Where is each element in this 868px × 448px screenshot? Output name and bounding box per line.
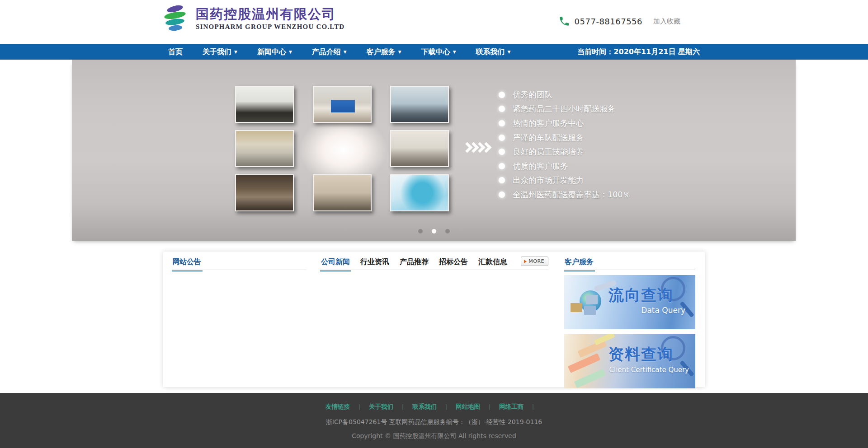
tab-bid-notice[interactable]: 招标公告 [438, 257, 469, 271]
feature-item: 紧急药品二十四小时配送服务 [499, 102, 631, 117]
footer-link-friend-links[interactable]: 友情链接 [326, 403, 350, 411]
bullet-icon [499, 177, 505, 183]
tab-product-recommend[interactable]: 产品推荐 [399, 257, 429, 271]
main-navbar: 首页 关于我们▼ 新闻中心▼ 产品介绍▼ 客户服务▼ 下载中心▼ 联系我们▼ 当… [0, 44, 868, 60]
page: 国药控股温州有限公司 SINOPHARM GROUP WENZHOU CO.LT… [0, 0, 868, 448]
nav-item-service[interactable]: 客户服务▼ [367, 47, 401, 57]
nav-item-news[interactable]: 新闻中心▼ [257, 47, 292, 57]
logo-text: 国药控股温州有限公司 SINOPHARM GROUP WENZHOU CO.LT… [196, 5, 344, 32]
data-query-banner[interactable]: 流向查询 Data Query [564, 275, 695, 329]
footer-links: 友情链接 | 关于我们 | 联系我们 | 网站地图 | 网络工商 | [0, 393, 868, 411]
cargo-boxes-icon [571, 303, 582, 312]
chevron-down-icon: ▼ [234, 50, 237, 54]
bullet-icon [499, 106, 505, 112]
certificate-query-subtitle: Client Certificate Query [609, 366, 689, 374]
play-triangle-icon [524, 260, 527, 263]
phone-number: 0577-88167556 [575, 17, 642, 26]
separator: | [402, 404, 404, 410]
feature-item: 良好的员工技能培养 [499, 145, 631, 159]
bullet-icon [499, 191, 505, 198]
add-favorite-link[interactable]: 加入收藏 [653, 17, 680, 26]
logo-swirl-icon [163, 5, 189, 32]
nav-item-contact[interactable]: 联系我们▼ [476, 47, 511, 57]
footer: 友情链接 | 关于我们 | 联系我们 | 网站地图 | 网络工商 | 浙ICP备… [0, 393, 868, 448]
icp-license-text: 浙ICP备05047261号 互联网药品信息服务编号：（浙）-经营性-2019-… [0, 418, 868, 426]
slide-photo-region-map [390, 174, 449, 211]
bullet-icon [499, 149, 505, 155]
triple-chevron-right-icon [463, 144, 489, 151]
bullet-icon [499, 135, 505, 141]
chevron-down-icon: ▼ [398, 50, 401, 54]
news-tabs: 公司新闻 行业资讯 产品推荐 招标公告 汇款信息 [320, 257, 548, 271]
feature-item: 出众的市场开发能力 [499, 173, 631, 188]
main-content: 网站公告 公司新闻 行业资讯 产品推荐 招标公告 汇款信息 MORE [163, 252, 705, 387]
nav-item-products[interactable]: 产品介绍▼ [312, 47, 347, 57]
tab-remittance-info[interactable]: 汇款信息 [477, 257, 508, 271]
slide-photo-warehouse [235, 174, 294, 211]
feature-item: 热情的客户服务中心 [499, 116, 631, 131]
slide-photo-office [390, 86, 449, 123]
company-name-en: SINOPHARM GROUP WENZHOU CO.LTD [196, 23, 344, 31]
separator: | [445, 404, 447, 410]
nav-item-download[interactable]: 下载中心▼ [421, 47, 456, 57]
feature-item: 优质的客户服务 [499, 159, 631, 173]
carousel-dots [72, 229, 796, 233]
announcement-section: 网站公告 [172, 257, 306, 270]
bullet-icon [499, 163, 505, 169]
current-time: 当前时间：2020年11月21日 星期六 [577, 44, 700, 60]
feature-item: 严谨的车队配送服务 [499, 131, 631, 145]
more-button[interactable]: MORE [521, 257, 548, 266]
slide-photo-conference [390, 130, 449, 167]
bullet-icon [499, 92, 505, 98]
header: 国药控股温州有限公司 SINOPHARM GROUP WENZHOU CO.LT… [0, 0, 868, 44]
news-section: 公司新闻 行业资讯 产品推荐 招标公告 汇款信息 MORE [320, 257, 548, 270]
chevron-down-icon: ▼ [344, 50, 347, 54]
footer-link-contact[interactable]: 联系我们 [412, 403, 437, 411]
chevron-down-icon: ▼ [289, 50, 292, 54]
footer-link-icp-business[interactable]: 网络工商 [499, 403, 524, 411]
separator: | [359, 404, 360, 410]
data-query-title: 流向查询 [609, 285, 674, 306]
header-contact: 0577-88167556 加入收藏 [558, 15, 680, 27]
carousel-dot-1[interactable] [418, 229, 423, 233]
certificate-query-title: 资料查询 [609, 344, 674, 365]
data-query-subtitle: Data Query [641, 306, 685, 315]
phone-icon [558, 15, 570, 27]
bullet-icon [499, 120, 505, 126]
slide-photo-meeting [235, 86, 294, 123]
slide-photo-delivery-vans [235, 130, 294, 167]
feature-item: 全温州医药配送覆盖率达：100％ [499, 187, 631, 202]
feature-item: 优秀的团队 [499, 88, 631, 102]
globe-icon [580, 290, 601, 312]
company-logo[interactable]: 国药控股温州有限公司 SINOPHARM GROUP WENZHOU CO.LT… [163, 5, 344, 32]
slide-photo-lounge-meeting [313, 174, 372, 211]
customer-service-section: 客户服务 流向查询 Data Query 资料查询 Client Certifi… [564, 257, 695, 388]
footer-link-about[interactable]: 关于我们 [369, 403, 393, 411]
carousel-dot-2-active[interactable] [432, 229, 436, 233]
footer-link-sitemap[interactable]: 网站地图 [456, 403, 480, 411]
separator: | [532, 404, 534, 410]
copyright-text: Copyright © 国药控股温州有限公司 All rights reserv… [0, 432, 868, 440]
customer-service-title: 客户服务 [564, 257, 595, 271]
nav-item-about[interactable]: 关于我们▼ [203, 47, 237, 57]
chevron-down-icon: ▼ [508, 50, 511, 54]
tab-company-news[interactable]: 公司新闻 [320, 257, 351, 271]
company-name: 国药控股温州有限公司 [196, 5, 344, 23]
tab-industry-info[interactable]: 行业资讯 [359, 257, 390, 271]
folder-tab-icon [574, 369, 606, 388]
separator: | [489, 404, 491, 410]
hero-slider: 优秀的团队 紧急药品二十四小时配送服务 热情的客户服务中心 严谨的车队配送服务 … [72, 60, 796, 241]
carousel-dot-3[interactable] [445, 229, 450, 233]
certificate-query-banner[interactable]: 资料查询 Client Certificate Query [564, 334, 695, 388]
slide-photo-coldchain-box [313, 86, 372, 123]
chevron-down-icon: ▼ [453, 50, 456, 54]
feature-list: 优秀的团队 紧急药品二十四小时配送服务 热情的客户服务中心 严谨的车队配送服务 … [499, 88, 631, 202]
nav-item-home[interactable]: 首页 [168, 47, 183, 57]
announcement-title: 网站公告 [172, 257, 203, 271]
